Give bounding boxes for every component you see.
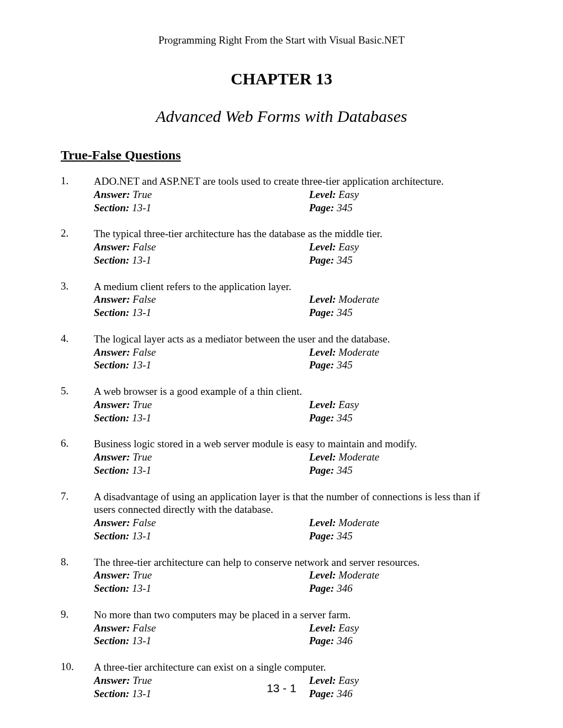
- question-item: 7.A disadvantage of using an application…: [61, 490, 502, 543]
- question-number: 6.: [61, 437, 94, 477]
- answer-value: False: [132, 293, 156, 305]
- section-label: Section:: [94, 307, 129, 318]
- question-meta-row: Section: 13-1Page: 346: [94, 634, 502, 647]
- answer-label: Answer:: [94, 517, 130, 528]
- question-body: The typical three-tier architecture has …: [94, 227, 502, 266]
- question-text: A disadvantage of using an application l…: [94, 490, 502, 517]
- page-value: 345: [337, 307, 353, 318]
- page-value: 345: [337, 359, 353, 371]
- question-item: 5.A web browser is a good example of a t…: [61, 385, 502, 424]
- question-number: 3.: [61, 280, 94, 319]
- question-meta-row: Answer: FalseLevel: Moderate: [94, 346, 502, 359]
- question-meta-row: Answer: FalseLevel: Moderate: [94, 516, 502, 529]
- question-number: 8.: [61, 556, 94, 595]
- section-label: Section:: [94, 582, 129, 594]
- question-number: 1.: [61, 175, 94, 214]
- section-label: Section:: [94, 412, 129, 424]
- page-value: 346: [337, 582, 353, 594]
- question-meta-row: Section: 13-1Page: 345: [94, 464, 502, 477]
- question-number: 4.: [61, 333, 94, 372]
- page-value: 345: [337, 412, 353, 424]
- question-item: 6.Business logic stored in a web server …: [61, 437, 502, 477]
- answer-value: False: [132, 517, 156, 528]
- answer-label: Answer:: [94, 622, 130, 634]
- page-label: Page:: [309, 464, 334, 476]
- question-meta-row: Section: 13-1Page: 345: [94, 306, 502, 319]
- question-body: Business logic stored in a web server mo…: [94, 437, 502, 477]
- level-label: Level:: [309, 517, 336, 528]
- page-value: 345: [337, 530, 353, 542]
- answer-label: Answer:: [94, 346, 130, 358]
- page-label: Page:: [309, 582, 334, 594]
- page-label: Page:: [309, 635, 334, 646]
- section-value: 13-1: [132, 359, 151, 371]
- question-meta-row: Answer: TrueLevel: Moderate: [94, 451, 502, 464]
- section-label: Section:: [94, 635, 129, 646]
- answer-value: True: [132, 189, 152, 200]
- question-text: The three-tier architecture can help to …: [94, 556, 502, 569]
- running-header: Programming Right From the Start with Vi…: [61, 34, 502, 46]
- level-value: Moderate: [338, 346, 379, 358]
- question-text: A web browser is a good example of a thi…: [94, 385, 502, 398]
- question-body: No more than two computers may be placed…: [94, 608, 502, 647]
- question-meta-row: Section: 13-1Page: 345: [94, 358, 502, 372]
- question-item: 8.The three-tier architecture can help t…: [61, 556, 502, 595]
- section-label: Section:: [94, 202, 129, 213]
- question-meta-row: Answer: TrueLevel: Easy: [94, 398, 502, 411]
- answer-value: False: [132, 622, 156, 634]
- answer-label: Answer:: [94, 399, 130, 410]
- chapter-title: Advanced Web Forms with Databases: [61, 107, 502, 126]
- page-label: Page:: [309, 359, 334, 371]
- question-item: 9.No more than two computers may be plac…: [61, 608, 502, 647]
- section-value: 13-1: [132, 254, 151, 266]
- question-number: 5.: [61, 385, 94, 424]
- section-value: 13-1: [132, 202, 151, 213]
- question-text: No more than two computers may be placed…: [94, 608, 502, 622]
- section-value: 13-1: [132, 635, 151, 646]
- question-meta-row: Section: 13-1Page: 345: [94, 254, 502, 267]
- section-label: Section:: [94, 359, 129, 371]
- question-meta-row: Section: 13-1Page: 346: [94, 582, 502, 595]
- section-value: 13-1: [132, 307, 151, 318]
- page-label: Page:: [309, 530, 334, 542]
- question-text: The typical three-tier architecture has …: [94, 227, 502, 240]
- section-value: 13-1: [132, 464, 151, 476]
- question-body: The logical layer acts as a mediator bet…: [94, 333, 502, 372]
- question-item: 1.ADO.NET and ASP.NET are tools used to …: [61, 175, 502, 214]
- level-label: Level:: [309, 569, 336, 581]
- question-text: Business logic stored in a web server mo…: [94, 437, 502, 451]
- question-meta-row: Section: 13-1Page: 345: [94, 201, 502, 215]
- level-label: Level:: [309, 346, 336, 358]
- question-meta-row: Section: 13-1Page: 345: [94, 529, 502, 543]
- question-meta-row: Answer: FalseLevel: Easy: [94, 622, 502, 635]
- question-meta-row: Answer: FalseLevel: Moderate: [94, 293, 502, 306]
- question-text: A medium client refers to the applicatio…: [94, 280, 502, 293]
- section-heading: True-False Questions: [61, 148, 502, 163]
- section-label: Section:: [94, 464, 129, 476]
- answer-label: Answer:: [94, 451, 130, 463]
- page-value: 345: [337, 254, 353, 266]
- answer-label: Answer:: [94, 293, 130, 305]
- level-label: Level:: [309, 451, 336, 463]
- question-body: ADO.NET and ASP.NET are tools used to cr…: [94, 175, 502, 214]
- question-item: 2.The typical three-tier architecture ha…: [61, 227, 502, 266]
- level-value: Moderate: [338, 517, 379, 528]
- question-body: A web browser is a good example of a thi…: [94, 385, 502, 424]
- question-number: 7.: [61, 490, 94, 543]
- question-item: 3.A medium client refers to the applicat…: [61, 280, 502, 319]
- question-meta-row: Section: 13-1Page: 345: [94, 411, 502, 425]
- question-number: 9.: [61, 608, 94, 647]
- answer-label: Answer:: [94, 569, 130, 581]
- question-body: The three-tier architecture can help to …: [94, 556, 502, 595]
- section-label: Section:: [94, 530, 129, 542]
- answer-label: Answer:: [94, 241, 130, 253]
- answer-label: Answer:: [94, 189, 130, 200]
- question-text: The logical layer acts as a mediator bet…: [94, 333, 502, 346]
- level-label: Level:: [309, 622, 336, 634]
- page-value: 345: [337, 202, 353, 213]
- page-label: Page:: [309, 254, 334, 266]
- question-text: A three-tier architecture can exist on a…: [94, 661, 502, 674]
- question-meta-row: Answer: FalseLevel: Easy: [94, 240, 502, 254]
- level-value: Easy: [338, 399, 359, 410]
- question-meta-row: Answer: TrueLevel: Easy: [94, 188, 502, 201]
